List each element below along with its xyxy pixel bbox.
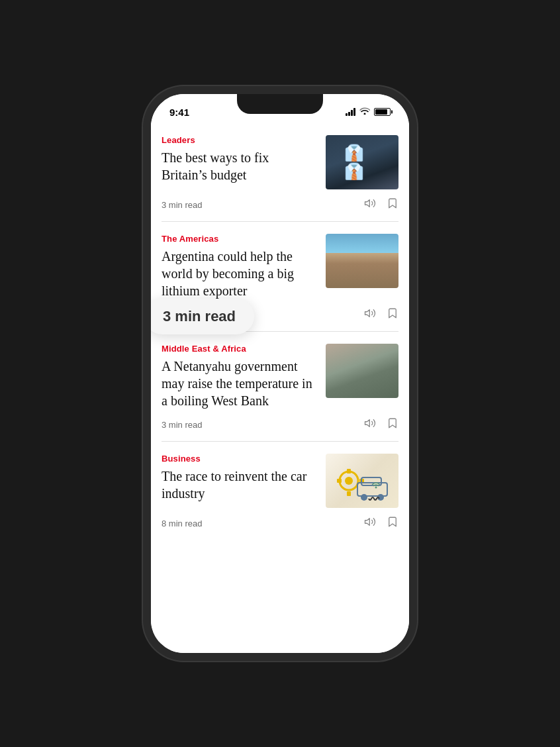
read-time: 3 min read [162,420,202,430]
read-time: 8 min read [162,519,202,528]
bookmark-icon[interactable] [387,307,398,322]
phone-frame: 9:41 3 min read [151,94,409,653]
article-text: Middle East & Africa A Netanyahu governm… [162,344,318,409]
article-title[interactable]: The race to reinvent the car industry [162,468,318,502]
article-image [326,135,398,189]
phone-notch [237,94,323,114]
status-time: 9:41 [169,107,189,118]
bookmark-icon[interactable] [387,197,398,212]
article-card[interactable]: Leaders The best ways to fix Britain’s b… [151,123,409,221]
article-category[interactable]: Business [162,454,318,464]
svg-point-4 [345,477,353,485]
svg-rect-7 [337,479,342,483]
svg-rect-6 [347,491,351,496]
sound-icon[interactable] [364,197,376,212]
svg-rect-5 [347,469,351,473]
read-time: 3 min read [162,200,202,210]
article-title[interactable]: Argentina could help the world by becomi… [162,248,318,299]
svg-marker-14 [365,519,370,526]
svg-marker-1 [365,310,370,317]
wifi-icon [359,107,370,117]
article-image [326,454,398,508]
article-footer: 3 min read [162,417,398,432]
article-title[interactable]: A Netanyahu government may raise the tem… [162,358,318,409]
article-category[interactable]: The Americas [162,234,318,244]
sound-icon[interactable] [364,417,376,432]
bookmark-icon[interactable] [387,516,398,530]
svg-point-11 [361,494,367,501]
article-title[interactable]: The best ways to fix Britain’s budget [162,149,318,183]
article-category[interactable]: Middle East & Africa [162,344,318,354]
sound-icon[interactable] [364,307,376,322]
article-actions [364,307,398,322]
article-footer: 8 min read [162,516,398,530]
article-card[interactable]: Business The race to reinvent the car in… [151,442,409,540]
svg-marker-0 [365,200,370,207]
article-text: Leaders The best ways to fix Britain’s b… [162,135,318,183]
status-icons [346,107,391,117]
article-text: Business The race to reinvent the car in… [162,454,318,502]
article-actions [364,197,398,212]
tooltip-text: 3 min read [163,308,236,324]
svg-marker-2 [365,420,370,427]
article-category[interactable]: Leaders [162,135,318,145]
article-actions [364,516,398,530]
signal-icon [346,108,355,116]
article-actions [364,417,398,432]
bookmark-icon[interactable] [387,417,398,432]
sound-icon[interactable] [364,516,376,530]
svg-point-13 [375,487,377,489]
svg-rect-10 [361,477,381,485]
article-footer: 3 min read [162,197,398,212]
article-image [326,344,398,398]
battery-icon [374,108,391,116]
tooltip-bubble: 3 min read [151,299,254,334]
article-card[interactable]: Middle East & Africa A Netanyahu governm… [151,332,409,441]
content-area[interactable]: 3 min read Leaders The best ways to fix … [151,123,409,653]
article-image [326,234,398,288]
article-text: The Americas Argentina could help the wo… [162,234,318,299]
